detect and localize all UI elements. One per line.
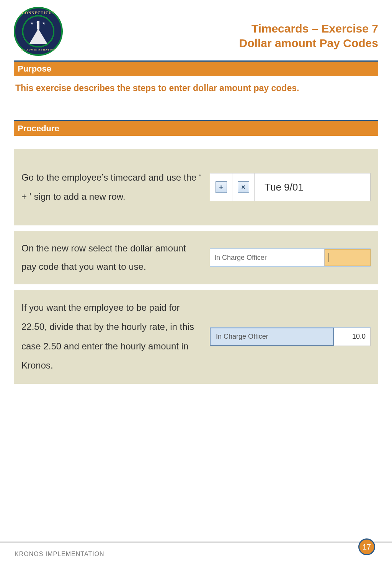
page-footer: KRONOS IMPLEMENTATION xyxy=(0,542,392,566)
header: CONNECTICUT ★ ★ ★ OF ADMINISTRATIVE Time… xyxy=(14,7,378,56)
delete-row-button[interactable]: × xyxy=(238,181,249,193)
paycode-value-filled: In Charge Officer xyxy=(216,333,268,341)
step-1-text: Go to the employee’s timecard and use th… xyxy=(21,168,202,207)
paycode-select-filled[interactable]: In Charge Officer xyxy=(210,328,334,346)
step-2-visual: In Charge Officer xyxy=(210,248,371,267)
purpose-section-bar: Purpose xyxy=(14,60,378,76)
procedure-step-3: If you want the employee to be paid for … xyxy=(14,290,378,384)
timecard-date-cell: Tue 9/01 xyxy=(255,181,370,193)
timecard-row: + × Tue 9/01 xyxy=(210,173,371,201)
step-3-visual: In Charge Officer 10.0 xyxy=(210,327,371,346)
document-title: Timecards – Exercise 7 Dollar amount Pay… xyxy=(239,21,378,50)
amount-input[interactable] xyxy=(325,249,371,266)
step-3-text: If you want the employee to be paid for … xyxy=(21,298,202,375)
procedure-step-2: On the new row select the dollar amount … xyxy=(14,231,378,284)
capitol-icon xyxy=(29,29,47,44)
timecard-paycode-row: In Charge Officer xyxy=(210,248,371,267)
procedure-step-1: Go to the employee’s timecard and use th… xyxy=(14,149,378,225)
add-row-button[interactable]: + xyxy=(216,181,227,193)
seal-text-top: CONNECTICUT xyxy=(15,11,61,15)
step-2-text: On the new row select the dollar amount … xyxy=(21,239,202,276)
state-seal-logo: CONNECTICUT ★ ★ ★ OF ADMINISTRATIVE xyxy=(14,7,63,56)
purpose-text: This exercise describes the steps to ent… xyxy=(15,83,378,93)
text-cursor-icon xyxy=(328,253,328,262)
title-line-1: Timecards – Exercise 7 xyxy=(239,21,378,36)
footer-label: KRONOS IMPLEMENTATION xyxy=(15,551,105,558)
page-number-badge: 17 xyxy=(358,538,375,555)
paycode-value: In Charge Officer xyxy=(214,254,267,262)
paycode-select[interactable]: In Charge Officer xyxy=(210,249,325,266)
title-line-2: Dollar amount Pay Codes xyxy=(239,36,378,51)
seal-text-bottom: OF ADMINISTRATIVE xyxy=(15,48,61,51)
page-number: 17 xyxy=(363,543,371,551)
amount-value-cell[interactable]: 10.0 xyxy=(334,328,371,346)
procedure-section-bar: Procedure xyxy=(14,120,378,136)
step-1-visual: + × Tue 9/01 xyxy=(210,173,371,201)
timecard-paycode-row-filled: In Charge Officer 10.0 xyxy=(210,327,371,346)
plus-icon: + xyxy=(219,183,223,191)
close-icon: × xyxy=(241,183,245,191)
amount-value: 10.0 xyxy=(352,333,366,341)
